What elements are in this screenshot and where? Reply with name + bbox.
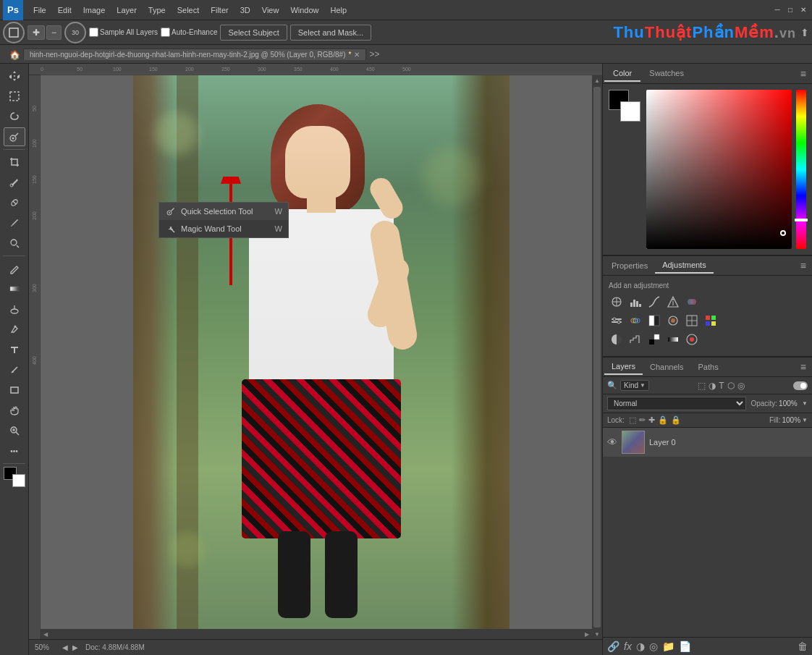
hue-saturation-icon[interactable]: [609, 313, 625, 329]
hue-slider[interactable]: [796, 90, 806, 249]
blend-mode-dropdown[interactable]: Normal: [607, 397, 746, 410]
lasso-tool[interactable]: [4, 107, 25, 126]
brush-size-indicator[interactable]: 30: [64, 22, 86, 43]
context-menu-quick-selection[interactable]: Quick Selection Tool W: [159, 203, 288, 220]
share-icon[interactable]: ⬆: [800, 27, 809, 38]
link-layers-icon[interactable]: 🔗: [607, 641, 619, 652]
menu-window[interactable]: Window: [284, 3, 324, 17]
color-panel-menu[interactable]: ≡: [796, 68, 811, 80]
filter-toggle[interactable]: [793, 381, 808, 390]
filter-smart-icon[interactable]: ◎: [737, 381, 745, 391]
foreground-background-colors[interactable]: [4, 467, 25, 487]
spot-healing-tool[interactable]: [4, 193, 25, 212]
menu-view[interactable]: View: [256, 3, 285, 17]
home-button[interactable]: 🏠: [6, 46, 23, 64]
exposure-icon[interactable]: [665, 294, 681, 310]
photo-filter-icon[interactable]: [665, 313, 681, 329]
opacity-chevron[interactable]: ▼: [802, 400, 808, 407]
tab-adjustments[interactable]: Adjustments: [655, 258, 714, 274]
rectangular-marquee-tool[interactable]: [4, 87, 25, 106]
filter-type-icon[interactable]: T: [719, 381, 724, 391]
lock-artboard-icon[interactable]: 🔒: [658, 415, 668, 425]
text-tool[interactable]: [4, 340, 25, 359]
nav-next-button[interactable]: ▶: [71, 643, 80, 651]
lock-position-icon[interactable]: ✚: [648, 415, 655, 425]
filter-shape-icon[interactable]: ⬡: [727, 381, 735, 391]
minimize-button[interactable]: ─: [771, 4, 783, 16]
move-tool[interactable]: [4, 67, 25, 85]
menu-file[interactable]: File: [28, 3, 52, 17]
color-gradient-picker[interactable]: [646, 90, 792, 249]
opacity-value[interactable]: 100%: [779, 400, 800, 407]
tab-channels[interactable]: Channels: [643, 360, 690, 374]
auto-enhance-checkbox[interactable]: [161, 28, 170, 37]
add-mask-icon[interactable]: ◑: [636, 641, 645, 652]
color-balance-icon[interactable]: [627, 313, 643, 329]
scroll-right-arrow[interactable]: ▶: [582, 629, 592, 639]
channel-mixer-icon[interactable]: [684, 313, 700, 329]
fill-chevron[interactable]: ▼: [802, 417, 808, 423]
select-subject-button[interactable]: Select Subject: [220, 25, 287, 41]
eraser-tool[interactable]: [4, 259, 25, 278]
zoom-tool[interactable]: [4, 421, 25, 440]
tab-properties[interactable]: Properties: [604, 258, 655, 273]
selective-color-icon[interactable]: [684, 331, 700, 347]
menu-edit[interactable]: Edit: [52, 3, 77, 17]
tab-close-button[interactable]: ✕: [354, 51, 360, 59]
gradient-map-icon[interactable]: [665, 331, 681, 347]
filter-pixel-icon[interactable]: ⬚: [698, 381, 706, 391]
filter-kind-dropdown[interactable]: Kind ▼: [620, 380, 649, 391]
canvas-image[interactable]: [133, 75, 509, 639]
scroll-down-arrow[interactable]: ▼: [592, 629, 602, 639]
color-lookup-icon[interactable]: [703, 313, 719, 329]
context-menu-magic-wand[interactable]: Magic Wand Tool W: [159, 220, 288, 237]
document-tab[interactable]: hinh-nen-nguoi-dep-hotgirl-de-thuong-nha…: [23, 48, 366, 60]
lock-transparent-icon[interactable]: ⬚: [629, 415, 636, 425]
background-color[interactable]: [12, 474, 25, 487]
tab-expand-icon[interactable]: >>: [369, 49, 379, 59]
menu-type[interactable]: Type: [143, 3, 172, 17]
menu-help[interactable]: Help: [325, 3, 353, 17]
rectangle-shape-tool[interactable]: [4, 381, 25, 400]
delete-layer-icon[interactable]: 🗑: [798, 641, 808, 652]
posterize-icon[interactable]: [627, 331, 643, 347]
brush-tool[interactable]: [4, 214, 25, 232]
invert-icon[interactable]: [609, 331, 625, 347]
scroll-up-arrow[interactable]: ▲: [592, 75, 602, 85]
more-tools[interactable]: •••: [4, 441, 25, 460]
tab-color[interactable]: Color: [604, 66, 640, 82]
layer-visibility-toggle[interactable]: 👁: [607, 436, 617, 448]
layers-panel-menu[interactable]: ≡: [796, 361, 811, 373]
eyedropper-tool[interactable]: [4, 173, 25, 192]
new-fill-layer-icon[interactable]: ◎: [649, 641, 658, 652]
crop-tool[interactable]: [4, 153, 25, 172]
background-color-swatch[interactable]: [620, 101, 640, 122]
tab-swatches[interactable]: Swatches: [640, 66, 693, 82]
scroll-left-arrow[interactable]: ◀: [41, 629, 51, 639]
menu-filter[interactable]: Filter: [205, 3, 234, 17]
filter-adjustment-icon[interactable]: ◑: [709, 381, 716, 391]
layer-effects-icon[interactable]: fx: [624, 641, 632, 652]
select-and-mask-button[interactable]: Select and Mask...: [290, 25, 372, 41]
lock-all-icon[interactable]: 🔒: [671, 415, 681, 425]
close-button[interactable]: ✕: [798, 4, 809, 16]
brush-mode-add[interactable]: ✚: [28, 25, 45, 40]
maximize-button[interactable]: □: [784, 4, 796, 16]
layer-row[interactable]: 👁 Layer 0: [603, 428, 812, 457]
gradient-tool[interactable]: [4, 279, 25, 298]
new-layer-icon[interactable]: 📄: [679, 641, 691, 652]
lock-pixels-icon[interactable]: ✏: [639, 415, 646, 425]
sample-all-layers-checkbox[interactable]: [89, 28, 98, 37]
fill-value[interactable]: 100%: [782, 416, 801, 424]
black-white-icon[interactable]: [646, 313, 662, 329]
burn-tool[interactable]: [4, 300, 25, 318]
hand-tool[interactable]: [4, 401, 25, 420]
path-selection-tool[interactable]: [4, 360, 25, 379]
vertical-scrollbar[interactable]: ▲ ▼: [592, 75, 602, 639]
tool-mode-new[interactable]: [3, 22, 25, 43]
canvas-scroll-area[interactable]: Quick Selection Tool W Magic Wand Tool W: [41, 75, 602, 639]
menu-select[interactable]: Select: [172, 3, 206, 17]
nav-prev-button[interactable]: ◀: [61, 643, 69, 651]
menu-image[interactable]: Image: [77, 3, 111, 17]
curves-icon[interactable]: [646, 294, 662, 310]
